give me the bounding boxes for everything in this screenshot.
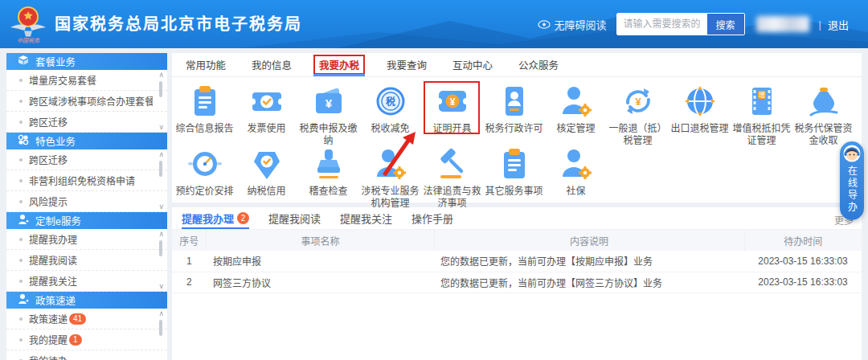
service-item[interactable]: 税务行政许可 xyxy=(483,84,545,143)
column-header: 内容说明 xyxy=(434,230,744,251)
service-item[interactable]: 核定管理 xyxy=(545,84,607,143)
sidebar-section-header[interactable]: 定制e服务 xyxy=(6,212,167,229)
clipboard-icon xyxy=(497,146,532,182)
service-item[interactable]: 涉税专业服务机构管理 xyxy=(359,146,421,202)
svg-text:¥: ¥ xyxy=(449,96,455,108)
bullet-dot xyxy=(19,238,23,241)
scroll-up-icon[interactable]: ∧ xyxy=(158,231,164,238)
sidebar-item-label: 跨区迁移 xyxy=(29,153,68,166)
table-header-row: 序号事项名称内容说明待办时间 xyxy=(172,230,862,251)
service-item[interactable]: 发票使用 xyxy=(235,84,297,143)
sidebar-item[interactable]: 提醒我关注 xyxy=(6,271,167,292)
sidebar-item[interactable]: 提醒我办理 xyxy=(6,229,167,250)
header-search: 搜索 xyxy=(616,13,745,35)
service-item-label: 纳税信用 xyxy=(236,186,297,198)
tab-label: 我的信息 xyxy=(248,56,296,73)
tab-label: 我要办税 xyxy=(313,55,365,75)
search-input[interactable] xyxy=(617,14,707,35)
tab-我的信息[interactable]: 我的信息 xyxy=(248,53,296,76)
service-item[interactable]: 综合信息报告 xyxy=(174,84,235,143)
sidebar-item-label: 我的提醒 xyxy=(29,333,68,346)
reminder-tab-提醒我关注[interactable]: 提醒我关注 xyxy=(340,207,392,229)
sidebar-item[interactable]: 我的待办 xyxy=(6,350,167,360)
header-right-cluster: 无障碍阅读 搜索 | 退出 xyxy=(538,0,849,48)
sidebar-section-list: 跨区迁移非营利组织免税资格申请风险提示∧∨ xyxy=(6,149,167,212)
sidebar-section-header[interactable]: 政策速递 xyxy=(6,292,167,309)
sidebar-item[interactable]: 提醒我阅读 xyxy=(6,250,167,271)
tab-公众服务[interactable]: 公众服务 xyxy=(514,53,563,76)
svg-text:增: 增 xyxy=(759,91,765,99)
reminder-tab-操作手册[interactable]: 操作手册 xyxy=(411,207,453,229)
table-row[interactable]: 2网签三方协议您的数据已更新，当前可办理【网签三方协议】业务2023-03-15… xyxy=(172,272,862,292)
gavel-icon xyxy=(435,146,470,182)
sidebar-item[interactable]: 增量房交易套餐 xyxy=(6,70,167,91)
scroll-down-icon[interactable]: ∨ xyxy=(158,124,164,131)
service-item[interactable]: ¥证明开具 xyxy=(421,84,483,143)
tab-常用功能[interactable]: 常用功能 xyxy=(182,53,230,76)
online-guide-widget[interactable]: 在线导办 xyxy=(840,141,864,220)
scroll-down-icon[interactable]: ∨ xyxy=(158,203,164,211)
svg-text:中国税务: 中国税务 xyxy=(17,38,40,43)
service-item[interactable]: 增增值税抵扣凭证管理 xyxy=(731,84,792,143)
sidebar-item[interactable]: 我的提醒1 xyxy=(6,329,167,350)
scrollbar-thumb[interactable] xyxy=(159,240,162,256)
globe-icon xyxy=(682,84,718,119)
bullet-dot xyxy=(19,338,23,342)
scroll-up-icon[interactable]: ∧ xyxy=(158,151,164,158)
bullet-dot xyxy=(19,259,23,262)
sidebar-item-label: 非营利组织免税资格申请 xyxy=(29,174,135,187)
sidebar-item-label: 我的待办 xyxy=(29,354,68,360)
sidebar-item[interactable]: 跨区迁移 xyxy=(6,112,167,133)
service-item[interactable]: ¥税费申报及缴纳 xyxy=(297,84,359,143)
sidebar-section-header[interactable]: 套餐业务 xyxy=(6,53,167,70)
tab-互动中心[interactable]: 互动中心 xyxy=(448,53,497,76)
sidebar-item[interactable]: 风险提示 xyxy=(6,191,167,212)
tax-emblem-logo: 中国税务 xyxy=(8,4,48,44)
table-row[interactable]: 1按期应申报您的数据已更新，当前可办理【按期应申报】业务2023-03-15 1… xyxy=(172,251,862,272)
page: 中国税务 国家税务总局北京市电子税务局 无障碍阅读 搜索 | 退出 套餐业务增量… xyxy=(0,0,868,360)
service-item[interactable]: 法律追责与救济事项 xyxy=(421,146,483,202)
reminder-tab-提醒我阅读[interactable]: 提醒我阅读 xyxy=(268,207,321,229)
service-item-label: 核定管理 xyxy=(546,123,607,135)
tab-label: 常用功能 xyxy=(182,56,230,73)
service-item-label: 一般退（抵）税管理 xyxy=(608,123,669,147)
search-button[interactable]: 搜索 xyxy=(707,14,744,35)
count-badge: 41 xyxy=(69,313,86,325)
tab-我要办税[interactable]: 我要办税 xyxy=(313,53,365,76)
scroll-up-icon[interactable]: ∧ xyxy=(158,310,164,317)
service-item-label: 出口退税管理 xyxy=(669,123,731,135)
reminder-tab-提醒我办理[interactable]: 提醒我办理2 xyxy=(182,207,249,229)
scroll-down-icon[interactable]: ∨ xyxy=(158,283,164,290)
scrollbar-thumb[interactable] xyxy=(159,161,162,177)
table-cell: 按期应申报 xyxy=(207,251,434,272)
sidebar-section-title: 定制e服务 xyxy=(35,213,81,228)
service-item[interactable]: 预约定价安排 xyxy=(174,146,235,202)
sidebar-item[interactable]: 非营利组织免税资格申请 xyxy=(6,170,167,191)
sidebar-item-label: 政策速递 xyxy=(29,312,68,325)
service-item[interactable]: 税务代保管资金收取 xyxy=(792,84,854,143)
sidebar-section-header[interactable]: 特色业务 xyxy=(6,133,167,149)
service-item[interactable]: 纳税信用 xyxy=(235,146,297,202)
service-item[interactable]: 税税收减免 xyxy=(359,84,421,143)
tab-label: 我要查询 xyxy=(383,56,431,73)
bullet-dot xyxy=(19,200,23,203)
service-item[interactable]: 其它服务事项 xyxy=(483,146,545,202)
voucher-icon: 增 xyxy=(744,84,780,119)
scrollbar-thumb[interactable] xyxy=(159,81,162,97)
sidebar-item[interactable]: 政策速递41 xyxy=(6,309,167,329)
reminder-table: 序号事项名称内容说明待办时间 1按期应申报您的数据已更新，当前可办理【按期应申报… xyxy=(172,230,862,293)
tab-我要查询[interactable]: 我要查询 xyxy=(383,53,431,76)
service-item[interactable]: 出口退税管理 xyxy=(669,84,731,143)
service-item[interactable]: ¥一般退（抵）税管理 xyxy=(607,84,669,143)
reminder-tab-label: 操作手册 xyxy=(411,211,453,226)
service-item[interactable]: 稽查检查 xyxy=(297,146,359,202)
service-item[interactable]: 社保 xyxy=(545,146,607,202)
scroll-up-icon[interactable]: ∧ xyxy=(158,72,164,79)
service-grid-row1: 综合信息报告发票使用¥税费申报及缴纳税税收减免¥证明开具税务行政许可核定管理¥一… xyxy=(172,84,862,143)
accessibility-toggle[interactable]: 无障碍阅读 xyxy=(538,17,607,32)
sidebar-item[interactable]: 跨区迁移 xyxy=(6,149,167,170)
sidebar-item-label: 提醒我办理 xyxy=(29,232,77,246)
sidebar-item[interactable]: 跨区域涉税事项综合办理套餐 xyxy=(6,91,167,112)
logout-button[interactable]: 退出 xyxy=(828,17,849,32)
scrollbar-thumb[interactable] xyxy=(159,320,162,336)
